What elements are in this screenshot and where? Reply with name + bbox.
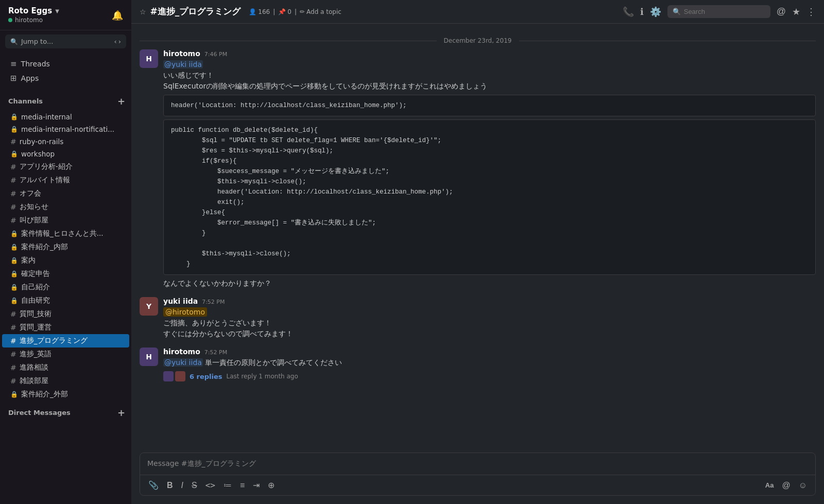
message-author[interactable]: hirotomo: [163, 49, 200, 58]
channel-case-info[interactable]: 🔒 案件情報_ヒロさんと共...: [2, 227, 129, 240]
at-button[interactable]: @: [777, 6, 786, 17]
composer-toolbar: 📎 B I S <> ≔ ≡ ⇥ ⊕ Aa @ ☺: [140, 475, 815, 495]
search-input[interactable]: [684, 8, 756, 15]
hash-icon: #: [10, 216, 16, 224]
channel-questions-tech[interactable]: # 質問_技術: [2, 307, 129, 321]
channel-progress-eng[interactable]: # 進捗_英語: [2, 347, 129, 361]
add-dm-button[interactable]: +: [117, 407, 125, 418]
lock-icon: 🔒: [10, 297, 18, 304]
channel-media-internal-nort[interactable]: 🔒 media-internal-nortificati...: [2, 123, 129, 135]
header-actions: 📞 ℹ ⚙️ 🔍 @ ★ ⋮: [623, 5, 816, 18]
channels-header[interactable]: Channels +: [0, 94, 131, 109]
ordered-list-button[interactable]: ≔: [220, 478, 235, 492]
forward-arrow[interactable]: ›: [118, 38, 121, 45]
msg-line: いい感じです！: [163, 71, 214, 79]
reply-count[interactable]: 6 replies: [190, 373, 222, 380]
channel-name: 案件紹介_内部: [21, 242, 68, 252]
sidebar-item-apps[interactable]: ⊞ Apps: [2, 71, 129, 85]
workspace-name[interactable]: Roto Eggs ▼: [8, 6, 59, 15]
msg-line: 単一責任の原則とかで調べてみてください: [203, 358, 342, 367]
replies-bar[interactable]: 6 replies Last reply 1 month ago: [163, 371, 816, 381]
bookmark-button[interactable]: ★: [792, 6, 800, 18]
indent-button[interactable]: ⇥: [250, 478, 263, 492]
lock-icon: 🔒: [10, 150, 18, 158]
back-arrow[interactable]: ‹: [114, 38, 117, 45]
bold-button[interactable]: B: [164, 479, 176, 492]
settings-button[interactable]: ⚙️: [650, 6, 661, 18]
attachment-button[interactable]: 📎: [145, 478, 162, 492]
jump-icon: 🔍: [10, 38, 18, 45]
composer: Message #進捗_プログラミング 📎 B I S <> ≔ ≡ ⇥ ⊕ A…: [140, 453, 816, 496]
hash-icon: #: [10, 377, 16, 385]
more-formatting-button[interactable]: ⊕: [265, 478, 278, 492]
message-author[interactable]: hirotomo: [163, 347, 200, 356]
channel-self-intro[interactable]: 🔒 自己紹介: [2, 281, 129, 294]
code-button[interactable]: <>: [202, 478, 218, 492]
italic-button[interactable]: I: [178, 479, 186, 492]
channel-shout[interactable]: # 叫び部屋: [2, 214, 129, 227]
channel-progress-prog[interactable]: # 進捗_プログラミング: [2, 334, 129, 347]
channel-notice[interactable]: # お知らせ: [2, 200, 129, 214]
aa-button[interactable]: Aa: [762, 479, 777, 491]
jump-to-button[interactable]: 🔍 Jump to... ‹ ›: [5, 34, 126, 48]
composer-input[interactable]: Message #進捗_プログラミング: [140, 453, 815, 475]
reply-avatars: [163, 371, 185, 381]
channel-name: 確定申告: [21, 269, 50, 279]
channel-app-analysis[interactable]: # アプリ分析-紹介: [2, 160, 129, 173]
date-divider: December 23rd, 2019: [140, 32, 816, 49]
channel-tax[interactable]: 🔒 確定申告: [2, 267, 129, 281]
channel-career[interactable]: # 進路相談: [2, 361, 129, 374]
call-button[interactable]: 📞: [623, 6, 634, 18]
channel-list: 🔒 media-internal 🔒 media-internal-nortif…: [0, 111, 131, 504]
channel-name: media-internal-nortificati...: [21, 125, 114, 133]
add-topic-link[interactable]: ✏️ Add a topic: [300, 8, 341, 15]
channel-questions-ops[interactable]: # 質問_運営: [2, 321, 129, 334]
emoji-button[interactable]: ☺: [796, 479, 810, 492]
header-meta: 👤 166 | 📌 0 | ✏️ Add a topic: [249, 8, 341, 15]
channel-off-party[interactable]: # オフ会: [2, 187, 129, 200]
channel-name: 進捗_プログラミング: [20, 336, 88, 345]
channel-workshop[interactable]: 🔒 workshop: [2, 148, 129, 160]
hash-icon: #: [10, 310, 16, 318]
mention[interactable]: @yuki iida: [163, 358, 203, 367]
threads-icon: ≡: [10, 59, 17, 68]
add-channel-button[interactable]: +: [117, 96, 125, 107]
bell-icon[interactable]: 🔔: [112, 10, 123, 21]
message-group: H hirotomo 7:46 PM @yuki iida いい感じです！ Sq…: [140, 49, 816, 289]
strikethrough-button[interactable]: S: [188, 479, 200, 492]
online-dot: [8, 18, 12, 22]
channel-case-intro[interactable]: 🔒 案件紹介_内部: [2, 240, 129, 254]
search-bar[interactable]: 🔍: [667, 5, 770, 18]
more-button[interactable]: ⋮: [806, 6, 816, 18]
lock-icon: 🔒: [10, 113, 18, 120]
message-text: @yuki iida いい感じです！ SqlExecutorの削除や編集の処理内…: [163, 59, 816, 92]
lock-icon: 🔒: [10, 270, 18, 277]
lock-icon: 🔒: [10, 126, 18, 133]
message-header: hirotomo 7:46 PM: [163, 49, 816, 58]
info-button[interactable]: ℹ: [640, 6, 644, 18]
channel-free-study[interactable]: 🔒 自由研究: [2, 294, 129, 307]
dm-header[interactable]: Direct Messages +: [0, 405, 131, 420]
hash-icon: #: [10, 363, 16, 372]
mention[interactable]: @yuki iida: [163, 60, 203, 68]
channel-chat[interactable]: # 雑談部屋: [2, 374, 129, 388]
channel-name: オフ会: [20, 189, 41, 198]
hash-icon: #: [10, 203, 16, 211]
message-author[interactable]: yuki iida: [163, 297, 198, 305]
sidebar-item-threads[interactable]: ≡ Threads: [2, 57, 129, 71]
channel-media-internal[interactable]: 🔒 media-internal: [2, 111, 129, 123]
caret-icon: ▼: [55, 8, 59, 14]
channel-ruby-on-rails[interactable]: # ruby-on-rails: [2, 135, 129, 148]
channel-name: 雑談部屋: [20, 376, 48, 386]
channel-general-info[interactable]: 🔒 案内: [2, 254, 129, 267]
edit-icon: ✏️: [300, 8, 305, 15]
mention-highlight[interactable]: @hirotomo: [163, 307, 207, 317]
channel-star-icon[interactable]: ☆: [140, 8, 146, 16]
member-count: 👤 166: [249, 8, 270, 15]
unordered-list-button[interactable]: ≡: [237, 479, 248, 492]
channel-case-external[interactable]: 🔒 案件紹介_外部: [2, 388, 129, 401]
at-button[interactable]: @: [779, 479, 793, 492]
channel-name: media-internal: [21, 113, 72, 121]
nav-arrows: ‹ ›: [114, 38, 121, 45]
channel-part-time[interactable]: # アルバイト情報: [2, 173, 129, 187]
